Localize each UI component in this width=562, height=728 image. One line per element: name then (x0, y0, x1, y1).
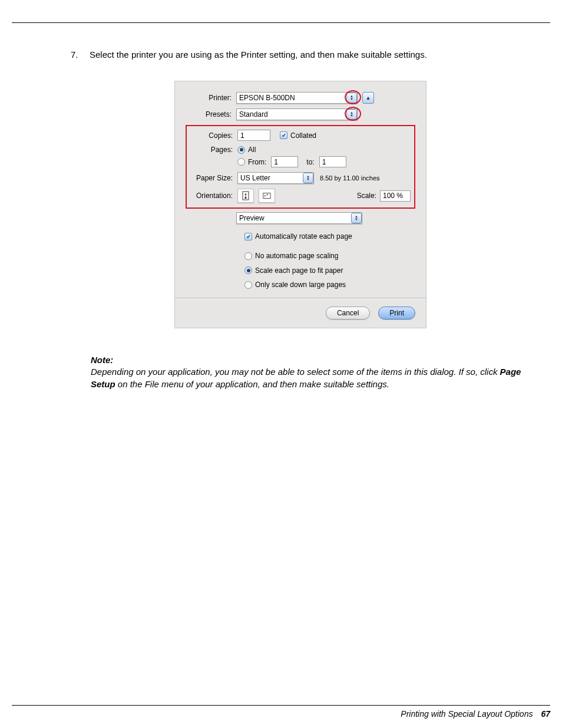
to-input[interactable]: 1 (319, 156, 346, 167)
printer-value: EPSON B-500DN (239, 94, 295, 102)
auto-rotate-label: Automatically rotate each page (255, 230, 352, 243)
top-rule (12, 22, 550, 23)
highlighted-settings-box: Copies: 1 ✔ Collated Pages: All From: (186, 125, 415, 209)
paper-size-select[interactable]: US Letter ▲▼ (237, 172, 314, 184)
no-scaling-radio[interactable] (244, 252, 252, 260)
orientation-label: Orientation: (190, 192, 237, 200)
pages-all-radio[interactable] (237, 146, 245, 154)
presets-label: Presets: (186, 110, 236, 118)
printer-row: Printer: EPSON B-500DN ▲▼ ▲ (186, 92, 415, 104)
section-value: Preview (239, 214, 265, 222)
scale-to-fit-label: Scale each page to fit paper (255, 264, 343, 278)
note-body: Depending on your application, you may n… (91, 366, 530, 390)
footer-text: Printing with Special Layout Options (401, 709, 533, 719)
svg-point-1 (245, 194, 247, 196)
dropdown-icon: ▲▼ (351, 213, 362, 223)
print-button[interactable]: Print (378, 307, 415, 319)
from-value: 1 (274, 158, 278, 166)
page-footer: Printing with Special Layout Options 67 (12, 705, 550, 719)
presets-row: Presets: Standard ▲▼ (186, 108, 415, 120)
scale-to-fit-radio[interactable] (244, 266, 252, 274)
expand-button[interactable]: ▲ (362, 92, 374, 104)
orientation-landscape-button[interactable] (259, 189, 275, 203)
page-number: 67 (541, 709, 550, 719)
note-block: Note: Depending on your application, you… (71, 354, 530, 390)
landscape-icon (263, 191, 271, 200)
svg-point-3 (267, 194, 268, 195)
paper-size-label: Paper Size: (190, 174, 237, 182)
note-title: Note: (91, 354, 530, 366)
pages-range-radio[interactable] (237, 158, 245, 166)
print-label: Print (389, 309, 404, 317)
to-label: to: (306, 158, 314, 166)
printer-select[interactable]: EPSON B-500DN ▲▼ (236, 92, 358, 104)
dropdown-icon: ▲▼ (346, 93, 357, 103)
cancel-label: Cancel (337, 309, 359, 317)
section-row: Preview ▲▼ (186, 212, 415, 224)
presets-value: Standard (239, 110, 268, 118)
collated-checkbox[interactable]: ✔ (280, 131, 287, 139)
auto-rotate-checkbox[interactable]: ✔ (244, 233, 252, 241)
paper-size-value: US Letter (240, 174, 270, 182)
step-number: 7. (71, 50, 84, 60)
print-dialog: Printer: EPSON B-500DN ▲▼ ▲ Presets: Sta… (174, 81, 427, 328)
step-text: Select the printer you are using as the … (90, 50, 427, 60)
from-input[interactable]: 1 (271, 156, 298, 167)
dropdown-icon: ▲▼ (303, 173, 313, 183)
no-scaling-label: No automatic page scaling (255, 249, 338, 263)
collated-label: Collated (290, 131, 316, 140)
scale-down-radio[interactable] (244, 281, 252, 289)
section-select[interactable]: Preview ▲▼ (236, 212, 362, 224)
to-value: 1 (322, 158, 326, 166)
dropdown-icon: ▲▼ (346, 109, 357, 120)
copies-input[interactable]: 1 (237, 130, 270, 141)
scale-label: Scale: (357, 192, 376, 200)
from-label: From: (248, 158, 266, 166)
scale-value: 100 % (383, 192, 403, 200)
pages-label: Pages: (190, 146, 237, 154)
copies-label: Copies: (190, 131, 237, 140)
orientation-portrait-button[interactable] (237, 189, 254, 203)
divider (175, 298, 426, 298)
cancel-button[interactable]: Cancel (326, 307, 370, 319)
presets-select[interactable]: Standard ▲▼ (236, 108, 358, 120)
printer-label: Printer: (186, 94, 236, 102)
scale-down-label: Only scale down large pages (255, 278, 346, 292)
portrait-icon (242, 191, 250, 200)
step-7: 7. Select the printer you are using as t… (71, 50, 530, 60)
pages-all-label: All (248, 146, 256, 154)
paper-dimensions: 8.50 by 11.00 inches (320, 174, 380, 182)
scale-input[interactable]: 100 % (380, 190, 411, 202)
copies-value: 1 (240, 131, 244, 140)
